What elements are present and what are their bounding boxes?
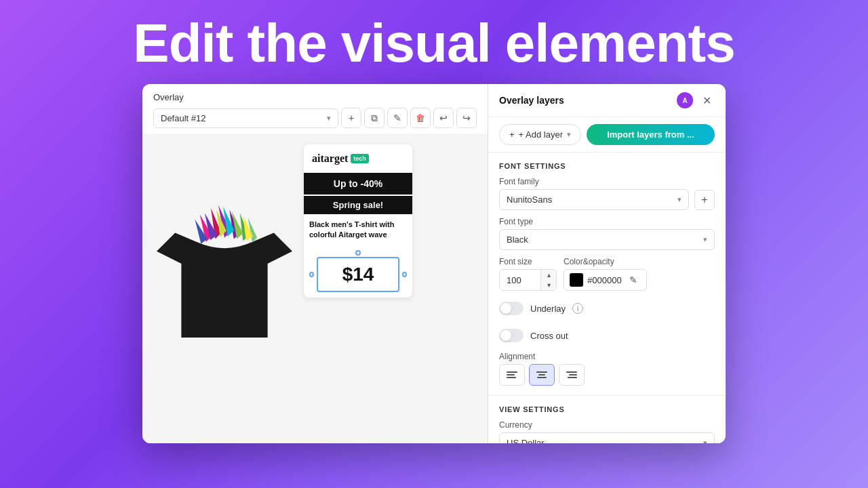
avatar: A <box>677 92 693 108</box>
color-input-wrap: #000000 ✎ <box>564 269 647 291</box>
ad-spring-banner: Spring sale! <box>304 196 412 214</box>
align-center-button[interactable] <box>529 364 555 386</box>
font-size-stepper: ▴ ▾ <box>540 270 556 290</box>
ad-logo-badge: tech <box>351 154 369 163</box>
underlay-info-icon[interactable]: i <box>572 303 583 314</box>
color-opacity-label: Color&opacity <box>564 257 647 266</box>
currency-label: Currency <box>499 420 715 430</box>
ad-logo-text: aitarget <box>312 152 348 165</box>
overlay-title: Overlay <box>153 92 477 102</box>
chevron-down-icon: ▾ <box>677 195 682 204</box>
font-size-input[interactable] <box>500 270 540 290</box>
view-settings-section: VIEW SETTINGS Currency US Dollar ▾ View … <box>488 396 726 443</box>
align-left-button[interactable] <box>499 364 525 386</box>
toggle-knob <box>500 330 511 341</box>
ad-description: Black men's T-shirt with colorful Aitarg… <box>304 214 412 246</box>
crossout-toggle-row: Cross out <box>499 325 715 346</box>
view-settings-title: VIEW SETTINGS <box>499 405 715 413</box>
ad-card: aitarget tech Up to -40% Spring sale! Bl… <box>304 144 412 298</box>
align-right-icon <box>566 371 577 378</box>
close-button[interactable]: ✕ <box>698 92 715 108</box>
font-type-label: Font type <box>499 217 715 226</box>
overlay-dropdown[interactable]: Default #12 ▾ <box>153 108 338 128</box>
color-swatch[interactable] <box>570 273 583 287</box>
color-hex-value: #000000 <box>587 275 622 285</box>
undo-button[interactable]: ↩ <box>433 108 454 128</box>
chevron-down-icon: ▾ <box>703 235 707 244</box>
overlay-dropdown-value: Default #12 <box>161 113 206 123</box>
align-right-button[interactable] <box>559 364 585 386</box>
ad-price-box: $14 <box>317 257 399 292</box>
currency-row: US Dollar ▾ <box>499 432 715 443</box>
font-type-select[interactable]: Black ▾ <box>499 229 715 250</box>
hero-title: Edit the visual elements <box>106 0 762 84</box>
underlay-toggle[interactable] <box>499 302 524 315</box>
ad-sale-banner: Up to -40% <box>304 173 412 195</box>
left-panel: Overlay Default #12 ▾ + ⧉ ✎ 🗑 ↩ ↪ <box>142 84 488 443</box>
currency-value: US Dollar <box>507 438 545 443</box>
font-family-add-button[interactable]: + <box>694 190 715 210</box>
font-size-color-row: Font size ▴ ▾ Color&opacity #000000 <box>499 257 715 291</box>
add-layer-button[interactable]: + + Add layer ▾ <box>499 124 581 145</box>
resize-handle-top[interactable] <box>355 250 361 256</box>
crossout-toggle[interactable] <box>499 329 524 342</box>
ad-logo: aitarget tech <box>304 144 412 173</box>
copy-button[interactable]: ⧉ <box>364 108 384 128</box>
underlay-label: Underlay <box>530 304 566 314</box>
font-settings-section: FONT SETTINGS Font family NunitoSans ▾ +… <box>488 152 726 396</box>
font-type-row: Black ▾ <box>499 229 715 250</box>
font-size-input-wrap: ▴ ▾ <box>499 269 557 291</box>
alignment-label: Alignment <box>499 352 715 361</box>
import-layers-button[interactable]: Import layers from ... <box>587 124 715 145</box>
font-family-label: Font family <box>499 177 715 186</box>
font-family-value: NunitoSans <box>507 195 552 205</box>
tshirt-svg <box>157 195 292 344</box>
toolbar: Default #12 ▾ + ⧉ ✎ 🗑 ↩ ↪ <box>153 108 477 128</box>
delete-button[interactable]: 🗑 <box>410 108 431 128</box>
font-size-group: Font size ▴ ▾ <box>499 257 557 291</box>
edit-color-button[interactable]: ✎ <box>626 272 641 287</box>
right-panel-header: Overlay layers A ✕ <box>488 84 726 117</box>
main-container: Overlay Default #12 ▾ + ⧉ ✎ 🗑 ↩ ↪ <box>142 84 726 443</box>
toggle-knob <box>500 303 511 314</box>
add-button[interactable]: + <box>341 108 361 128</box>
resize-handle-left[interactable] <box>309 272 314 277</box>
font-size-label: Font size <box>499 257 557 266</box>
font-family-select[interactable]: NunitoSans ▾ <box>499 189 689 210</box>
resize-handle-right[interactable] <box>402 272 407 277</box>
chevron-down-icon: ▾ <box>567 130 571 139</box>
left-header: Overlay Default #12 ▾ + ⧉ ✎ 🗑 ↩ ↪ <box>142 84 488 134</box>
preview-area: aitarget tech Up to -40% Spring sale! Bl… <box>142 134 488 443</box>
font-settings-title: FONT SETTINGS <box>499 162 715 170</box>
underlay-toggle-row: Underlay i <box>499 298 715 319</box>
color-group: Color&opacity #000000 ✎ <box>564 257 647 291</box>
chevron-down-icon: ▾ <box>703 439 707 443</box>
crossout-label: Cross out <box>530 331 568 341</box>
tshirt-container <box>153 144 296 395</box>
font-size-decrement[interactable]: ▾ <box>541 280 556 290</box>
align-center-icon <box>536 371 547 378</box>
add-layer-label: + Add layer <box>519 129 563 140</box>
plus-icon: + <box>509 129 515 140</box>
right-panel: Overlay layers A ✕ + + Add layer ▾ Impor… <box>488 84 726 443</box>
font-type-value: Black <box>507 235 528 245</box>
chevron-down-icon: ▾ <box>327 114 331 123</box>
align-left-icon <box>507 371 517 378</box>
font-family-row: NunitoSans ▾ + <box>499 189 715 210</box>
edit-button[interactable]: ✎ <box>387 108 408 128</box>
right-panel-title: Overlay layers <box>499 95 564 106</box>
ad-price-section: $14 <box>304 246 412 298</box>
currency-select[interactable]: US Dollar ▾ <box>499 432 715 443</box>
action-bar: + + Add layer ▾ Import layers from ... <box>488 117 726 152</box>
redo-button[interactable]: ↪ <box>456 108 477 128</box>
alignment-row <box>499 364 715 386</box>
font-size-increment[interactable]: ▴ <box>541 270 556 280</box>
